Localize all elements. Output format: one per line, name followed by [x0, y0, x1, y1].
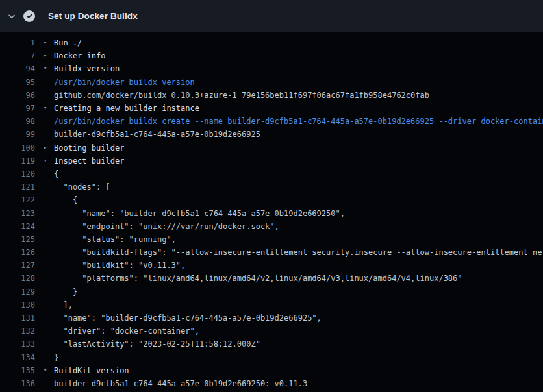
- line-number[interactable]: 119: [0, 156, 35, 165]
- line-number[interactable]: 97: [0, 104, 35, 113]
- triangle-collapsed-icon[interactable]: ▸: [44, 40, 47, 45]
- log-line-text: "buildkitd-flags": "--allow-insecure-ent…: [54, 248, 543, 257]
- triangle-expanded-icon[interactable]: ▾: [44, 367, 47, 373]
- log-line-text: builder-d9cfb5a1-c764-445a-a57e-0b19d2e6…: [54, 379, 307, 388]
- log-line: 100▸Booting builder: [0, 141, 543, 154]
- log-text: {: [35, 195, 77, 204]
- log-line-text: Booting builder: [54, 143, 124, 153]
- step-header[interactable]: Set up Docker Buildx: [0, 0, 543, 32]
- log-line-text: "name": "builder-d9cfb5a1-c764-445a-a57e…: [54, 313, 322, 323]
- log-text: "name": "builder-d9cfb5a1-c764-445a-a57e…: [35, 209, 345, 218]
- log-group-header[interactable]: ▾Buildx version: [35, 64, 120, 73]
- log-line-text: Run ./: [54, 38, 82, 47]
- line-number[interactable]: 136: [0, 379, 35, 388]
- line-number[interactable]: 7: [0, 51, 35, 60]
- log-line: 121 "nodes": [: [0, 180, 543, 193]
- line-number[interactable]: 94: [0, 64, 35, 73]
- log-group-header[interactable]: ▸Booting builder: [35, 143, 124, 153]
- log-line-text: "nodes": [: [54, 182, 110, 191]
- log-group-header[interactable]: ▾Creating a new builder instance: [35, 104, 199, 113]
- log-line-text: "lastActivity": "2023-02-25T11:58:12.000…: [54, 339, 260, 349]
- log-line-text: {: [54, 169, 58, 178]
- line-number[interactable]: 129: [0, 288, 35, 297]
- log-line: 132 "driver": "docker-container",: [0, 325, 543, 337]
- log-line: 1▸Run ./: [0, 36, 543, 49]
- line-number[interactable]: 1: [0, 38, 35, 47]
- log-line-text: ],: [54, 300, 73, 310]
- line-number[interactable]: 123: [0, 209, 35, 218]
- log-line-text: "name": "builder-d9cfb5a1-c764-445a-a57e…: [54, 209, 345, 218]
- log-line-text: }: [54, 288, 77, 297]
- line-number[interactable]: 134: [0, 353, 35, 362]
- log-line-text: "driver": "docker-container",: [54, 326, 199, 336]
- log-line-text: "endpoint": "unix:///var/run/docker.sock…: [54, 222, 279, 231]
- line-number[interactable]: 95: [0, 78, 35, 87]
- log-line: 97▾Creating a new builder instance: [0, 102, 543, 115]
- line-number[interactable]: 133: [0, 339, 35, 349]
- log-line: 136builder-d9cfb5a1-c764-445a-a57e-0b19d…: [0, 377, 543, 390]
- check-circle-icon: [23, 10, 35, 22]
- line-number[interactable]: 125: [0, 235, 35, 244]
- line-number[interactable]: 128: [0, 274, 35, 283]
- log-line: 135▾BuildKit version: [0, 364, 543, 377]
- line-number[interactable]: 120: [0, 169, 35, 178]
- line-number[interactable]: 135: [0, 366, 35, 375]
- line-number[interactable]: 98: [0, 117, 35, 126]
- log-line-text: "platforms": "linux/amd64,linux/amd64/v2…: [54, 274, 462, 283]
- log-line-text: Creating a new builder instance: [54, 104, 199, 113]
- log-text: github.com/docker/buildx 0.10.3+azure-1 …: [35, 91, 429, 100]
- line-number[interactable]: 131: [0, 313, 35, 323]
- line-number[interactable]: 132: [0, 326, 35, 336]
- triangle-collapsed-icon[interactable]: ▸: [44, 53, 47, 59]
- log-line: 126 "buildkitd-flags": "--allow-insecure…: [0, 246, 543, 259]
- log-line: 130 ],: [0, 299, 543, 312]
- log-line-text: "buildkit": "v0.11.3",: [54, 261, 185, 270]
- line-number[interactable]: 122: [0, 195, 35, 204]
- log-text: "nodes": [: [35, 182, 110, 191]
- log-line-text: }: [54, 353, 58, 362]
- log-line: 95/usr/bin/docker buildx version: [0, 76, 543, 89]
- log-line: 131 "name": "builder-d9cfb5a1-c764-445a-…: [0, 312, 543, 325]
- log-line-text: builder-d9cfb5a1-c764-445a-a57e-0b19d2e6…: [54, 130, 260, 139]
- log-line: 122 {: [0, 193, 543, 206]
- triangle-expanded-icon[interactable]: ▾: [44, 105, 47, 111]
- log-line: 129 }: [0, 286, 543, 299]
- log-line: 96github.com/docker/buildx 0.10.3+azure-…: [0, 89, 543, 102]
- log-viewer: 1▸Run ./7▸Docker info94▾Buildx version95…: [0, 32, 543, 390]
- line-number[interactable]: 100: [0, 143, 35, 153]
- log-line-text: Docker info: [54, 51, 105, 60]
- log-group-header[interactable]: ▸Run ./: [35, 38, 82, 47]
- log-group-header[interactable]: ▾BuildKit version: [35, 366, 129, 375]
- log-line: 125 "status": "running",: [0, 233, 543, 246]
- log-line-text: /usr/bin/docker buildx version: [54, 78, 195, 87]
- log-line-text: BuildKit version: [54, 366, 129, 375]
- line-number[interactable]: 121: [0, 182, 35, 191]
- log-text: ],: [35, 300, 73, 310]
- log-line-text: "status": "running",: [54, 235, 176, 244]
- triangle-collapsed-icon[interactable]: ▸: [44, 145, 47, 151]
- log-line-text: Buildx version: [54, 64, 120, 73]
- log-group-header[interactable]: ▾Inspect builder: [35, 156, 124, 165]
- log-line: 133 "lastActivity": "2023-02-25T11:58:12…: [0, 337, 543, 350]
- log-line: 7▸Docker info: [0, 49, 543, 62]
- line-number[interactable]: 130: [0, 300, 35, 310]
- log-text: "buildkitd-flags": "--allow-insecure-ent…: [35, 248, 543, 257]
- log-text: }: [35, 288, 77, 297]
- log-line-text: /usr/bin/docker buildx create --name bui…: [54, 117, 543, 126]
- triangle-expanded-icon[interactable]: ▾: [44, 158, 47, 164]
- line-number[interactable]: 127: [0, 261, 35, 270]
- log-text: builder-d9cfb5a1-c764-445a-a57e-0b19d2e6…: [35, 379, 307, 388]
- log-line-text: Inspect builder: [54, 156, 124, 165]
- chevron-down-icon[interactable]: [0, 0, 23, 32]
- line-number[interactable]: 126: [0, 248, 35, 257]
- log-text: /usr/bin/docker buildx version: [35, 78, 195, 87]
- log-line: 99builder-d9cfb5a1-c764-445a-a57e-0b19d2…: [0, 128, 543, 141]
- log-text: "endpoint": "unix:///var/run/docker.sock…: [35, 222, 279, 231]
- triangle-expanded-icon[interactable]: ▾: [44, 66, 47, 72]
- line-number[interactable]: 96: [0, 91, 35, 100]
- line-number[interactable]: 99: [0, 130, 35, 139]
- log-group-header[interactable]: ▸Docker info: [35, 51, 105, 60]
- step-title: Set up Docker Buildx: [48, 11, 138, 21]
- log-text: "buildkit": "v0.11.3",: [35, 261, 185, 270]
- line-number[interactable]: 124: [0, 222, 35, 231]
